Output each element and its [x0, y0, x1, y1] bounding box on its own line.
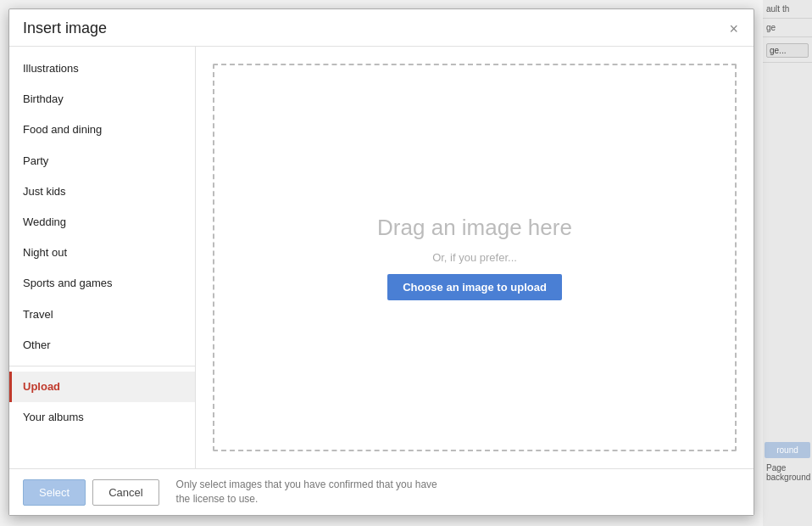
sidebar-item-upload[interactable]: Upload	[9, 372, 195, 402]
category-sidebar: Illustrations Birthday Food and dining P…	[9, 47, 196, 468]
upload-content-area: Drag an image here Or, if you prefer... …	[196, 47, 754, 468]
right-panel-bottom: round Page background	[765, 442, 810, 484]
cancel-button[interactable]: Cancel	[92, 479, 159, 506]
sidebar-item-food-and-dining[interactable]: Food and dining	[9, 115, 195, 145]
sidebar-item-illustrations[interactable]: Illustrations	[9, 53, 195, 84]
choose-image-button[interactable]: Choose an image to upload	[387, 274, 562, 300]
sidebar-item-sports-and-games[interactable]: Sports and games	[9, 268, 195, 299]
sidebar-item-birthday[interactable]: Birthday	[9, 84, 195, 115]
sidebar-item-wedding[interactable]: Wedding	[9, 207, 195, 238]
sidebar-item-other[interactable]: Other	[9, 330, 195, 361]
or-text: Or, if you prefer...	[432, 251, 517, 264]
drag-text: Drag an image here	[377, 215, 572, 241]
insert-image-dialog: Insert image × Illustrations Birthday Fo…	[8, 8, 754, 516]
right-panel: ault th ge ge... round Page background	[763, 0, 812, 526]
right-panel-item-1: ault th	[763, 0, 812, 19]
dialog-body: Illustrations Birthday Food and dining P…	[9, 47, 754, 468]
select-button[interactable]: Select	[23, 479, 86, 506]
right-panel-item-3: ge...	[763, 37, 812, 63]
right-panel-item-2: ge	[763, 19, 812, 37]
sidebar-item-your-albums[interactable]: Your albums	[9, 402, 195, 433]
sidebar-item-night-out[interactable]: Night out	[9, 238, 195, 268]
dialog-footer: Select Cancel Only select images that yo…	[9, 468, 754, 515]
sidebar-item-just-kids[interactable]: Just kids	[9, 176, 195, 207]
sidebar-item-party[interactable]: Party	[9, 146, 195, 176]
close-button[interactable]: ×	[727, 21, 740, 36]
license-note: Only select images that you have confirm…	[176, 478, 448, 506]
dialog-title: Insert image	[23, 20, 107, 37]
sidebar-divider	[9, 366, 195, 367]
sidebar-item-travel[interactable]: Travel	[9, 299, 195, 330]
dialog-header: Insert image ×	[9, 9, 754, 47]
drop-zone[interactable]: Drag an image here Or, if you prefer... …	[213, 64, 737, 451]
